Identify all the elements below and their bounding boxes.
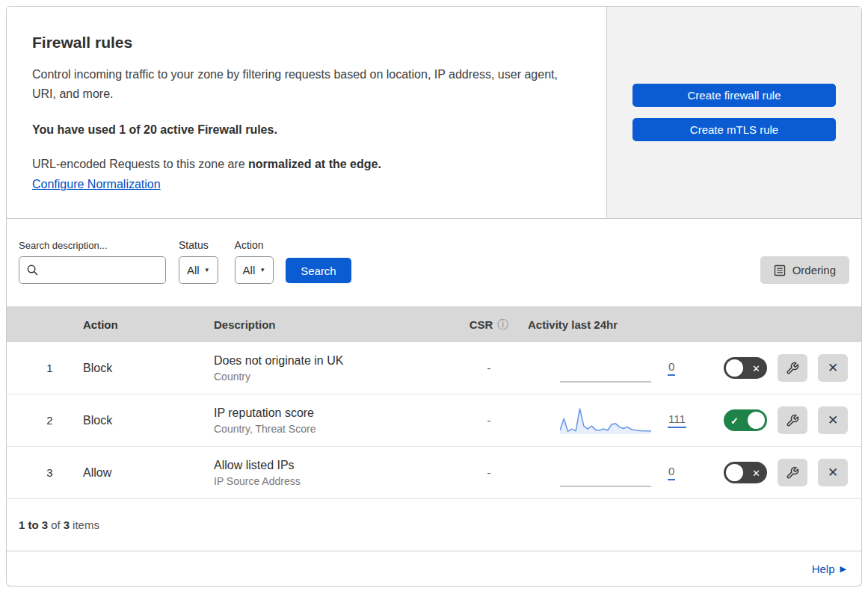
edit-rule-button[interactable] (778, 406, 807, 434)
create-mtls-rule-button[interactable]: Create mTLS rule (632, 118, 836, 141)
x-icon: ✕ (752, 362, 760, 374)
ordering-button[interactable]: Ordering (760, 256, 849, 284)
rule-fields: Country, Threat Score (214, 423, 455, 435)
normalization-prefix: URL-encoded Requests to this zone are (32, 158, 248, 170)
actions-panel: Create firewall rule Create mTLS rule (607, 7, 861, 218)
header-card: Firewall rules Control incoming traffic … (7, 7, 607, 218)
delete-rule-button[interactable]: ✕ (818, 354, 848, 382)
table-row: 3 Allow Allow listed IPs IP Source Addre… (7, 447, 861, 499)
action-field-group: Action All ▼ (235, 239, 286, 284)
toggle-knob (726, 464, 743, 481)
rule-description: Allow listed IPs (214, 459, 455, 472)
usage-summary: You have used 1 of 20 active Firewall ru… (32, 123, 576, 137)
rule-csr: - (455, 362, 523, 374)
status-field-group: Status All ▼ (179, 239, 235, 284)
rule-enable-toggle[interactable]: ✓ ✕ (724, 462, 767, 483)
status-value: All (187, 264, 200, 276)
create-firewall-rule-button[interactable]: Create firewall rule (632, 84, 836, 107)
activity-count-link[interactable]: 0 (668, 360, 675, 376)
wrench-icon (786, 414, 799, 427)
info-icon[interactable]: ⓘ (497, 318, 508, 332)
rule-number: 1 (7, 362, 78, 374)
close-icon: ✕ (828, 362, 838, 374)
search-field-group: Search description... (19, 240, 179, 284)
table-row: 1 Block Does not originate in UK Country… (7, 342, 861, 394)
search-label: Search description... (19, 240, 179, 251)
rule-controls: ✓ ✕ ✕ (698, 406, 861, 434)
col-activity: Activity last 24hr (523, 318, 698, 331)
activity-sparkline (560, 353, 651, 383)
toggle-knob (726, 359, 743, 377)
status-dropdown[interactable]: All ▼ (179, 256, 218, 284)
table-header: Action Description CSR ⓘ Activity last 2… (7, 306, 861, 342)
action-dropdown[interactable]: All ▼ (235, 256, 274, 284)
rule-description: Does not originate in UK (214, 354, 455, 368)
help-label: Help (812, 563, 835, 575)
rule-fields: Country (214, 371, 455, 383)
col-description: Description (209, 318, 455, 331)
status-label: Status (179, 239, 235, 251)
search-input[interactable] (42, 264, 158, 277)
help-link[interactable]: Help ▶ (812, 563, 846, 575)
rule-activity-cell: 0 (523, 353, 698, 383)
pagination-summary: 1 to 3 of 3 items (7, 499, 861, 551)
delete-rule-button[interactable]: ✕ (818, 459, 848, 486)
wrench-icon (786, 466, 799, 480)
x-icon: ✕ (752, 467, 760, 478)
rule-csr: - (455, 414, 523, 427)
edit-rule-button[interactable] (778, 459, 807, 486)
wrench-icon (786, 362, 799, 375)
rule-number: 3 (7, 466, 78, 479)
col-csr: CSR ⓘ (455, 318, 523, 332)
chevron-down-icon: ▼ (259, 267, 265, 273)
action-value: All (243, 264, 256, 276)
col-csr-label: CSR (470, 318, 493, 331)
rule-description: IP reputation score (214, 406, 455, 420)
toggle-knob (748, 412, 765, 429)
rule-description-cell: IP reputation score Country, Threat Scor… (209, 406, 455, 435)
header-section: Firewall rules Control incoming traffic … (6, 6, 862, 219)
page-description: Control incoming traffic to your zone by… (32, 65, 576, 104)
ordering-list-icon (774, 264, 786, 276)
rule-csr: - (455, 466, 523, 479)
rule-controls: ✓ ✕ ✕ (698, 354, 861, 382)
delete-rule-button[interactable]: ✕ (818, 406, 848, 434)
rule-action: Block (78, 414, 209, 427)
activity-count-link[interactable]: 111 (668, 412, 686, 428)
pagination-items: items (73, 519, 99, 531)
action-label: Action (235, 239, 286, 251)
rule-controls: ✓ ✕ ✕ (698, 459, 861, 486)
activity-sparkline (560, 406, 651, 436)
normalization-bold: normalized at the edge. (248, 158, 381, 170)
rule-activity-cell: 111 (523, 406, 698, 436)
filter-bar: Search description... Status All ▼ Actio… (7, 219, 861, 306)
close-icon: ✕ (828, 414, 838, 427)
chevron-down-icon: ▼ (204, 267, 210, 273)
search-box[interactable] (19, 256, 166, 284)
check-icon: ✓ (730, 415, 739, 426)
chevron-right-icon: ▶ (840, 565, 846, 573)
rule-activity-cell: 0 (523, 458, 698, 488)
ordering-button-label: Ordering (792, 264, 836, 276)
firewall-rules-page: Firewall rules Control incoming traffic … (6, 6, 862, 587)
rule-enable-toggle[interactable]: ✓ ✕ (724, 409, 767, 431)
rule-description-cell: Allow listed IPs IP Source Address (209, 459, 455, 487)
normalization-note: URL-encoded Requests to this zone are no… (32, 158, 576, 171)
activity-sparkline (560, 458, 651, 488)
search-icon (26, 264, 39, 276)
table-row: 2 Block IP reputation score Country, Thr… (7, 394, 861, 447)
rule-fields: IP Source Address (214, 475, 455, 487)
edit-rule-button[interactable] (778, 354, 807, 382)
configure-normalization-link[interactable]: Configure Normalization (32, 178, 161, 191)
pagination-total: 3 (64, 519, 70, 531)
help-bar: Help ▶ (7, 551, 861, 586)
pagination-of: of (51, 519, 61, 531)
close-icon: ✕ (828, 466, 838, 479)
search-button[interactable]: Search (286, 258, 351, 283)
activity-count-link[interactable]: 0 (668, 465, 675, 480)
rule-enable-toggle[interactable]: ✓ ✕ (724, 357, 767, 379)
rule-action: Allow (78, 466, 209, 480)
pagination-range: 1 to 3 (19, 519, 48, 531)
rule-description-cell: Does not originate in UK Country (209, 354, 455, 383)
rule-action: Block (78, 362, 209, 375)
